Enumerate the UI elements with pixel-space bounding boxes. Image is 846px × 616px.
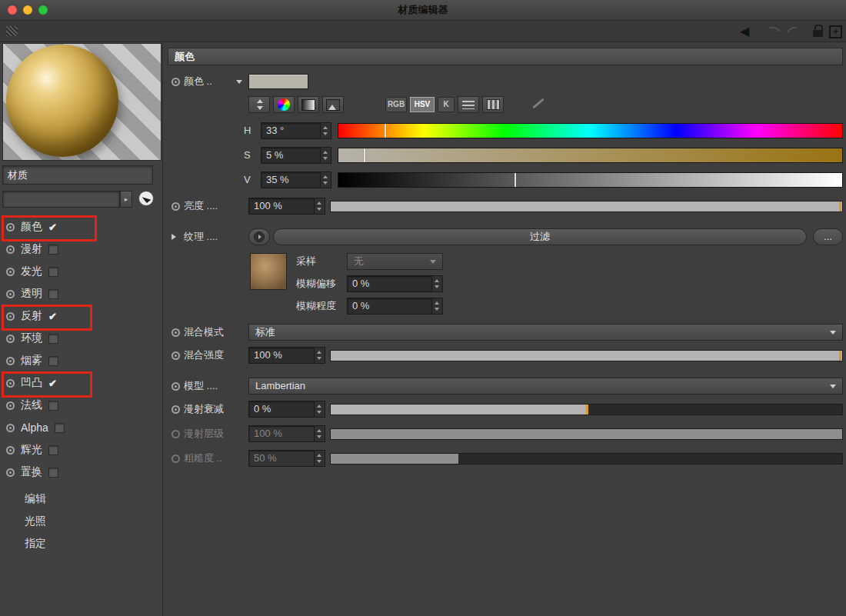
channel-checkbox[interactable] <box>48 267 58 277</box>
compact-mode-button[interactable] <box>248 96 270 113</box>
channel-label: 置换 <box>21 465 42 479</box>
value-marker[interactable] <box>515 173 516 187</box>
color-wheel-button[interactable] <box>273 96 295 113</box>
hue-gradient-bar[interactable] <box>338 123 843 138</box>
spectrum-button[interactable] <box>298 96 319 113</box>
value-field[interactable]: 35 % <box>261 171 331 188</box>
texture-filter-button[interactable]: 过滤 <box>273 228 807 245</box>
stepper-arrows-icon[interactable] <box>431 298 442 314</box>
sidebar-channel-glow[interactable]: 辉光 <box>6 440 159 460</box>
lock-icon[interactable] <box>812 24 824 39</box>
sidebar-channel-displacement[interactable]: 置换 <box>6 462 159 482</box>
channel-checkbox[interactable] <box>48 401 58 411</box>
stepper-arrows-icon[interactable] <box>431 276 442 291</box>
pick-cursor-icon[interactable] <box>138 191 154 206</box>
blur-scale-label: 模糊程度 <box>296 298 336 315</box>
saturation-marker[interactable] <box>364 148 365 162</box>
color-swatch[interactable] <box>248 74 308 89</box>
hue-letter: H <box>244 122 258 139</box>
color-label: 颜色 .. <box>184 73 212 90</box>
eyedropper-icon[interactable] <box>532 98 545 109</box>
brightness-slider[interactable] <box>330 201 843 212</box>
channel-circle-icon <box>172 328 180 337</box>
forward-arrow-disabled-icon <box>764 25 784 43</box>
title-bar: 材质编辑器 <box>0 0 846 21</box>
stepper-arrows-icon[interactable] <box>314 348 325 363</box>
channel-circle-icon <box>172 351 180 360</box>
sidebar-item-edit[interactable]: 编辑 <box>25 488 46 508</box>
image-picker-button[interactable] <box>322 96 344 113</box>
channel-circle-icon <box>6 424 15 432</box>
channel-circle-icon <box>6 401 15 410</box>
blur-scale-field[interactable]: 0 % <box>347 298 443 315</box>
slider-handle[interactable] <box>586 405 588 415</box>
new-window-icon[interactable]: + <box>829 25 842 38</box>
blur-offset-row: 模糊偏移 0 % <box>164 275 846 294</box>
mix-strength-slider[interactable] <box>330 350 843 361</box>
stepper-arrows-icon[interactable] <box>320 172 331 188</box>
material-name-field[interactable]: 材质 <box>2 165 153 185</box>
model-dropdown[interactable]: Lambertian <box>248 378 843 395</box>
mode-rgb-button[interactable]: RGB <box>385 97 407 112</box>
sidebar-channel-fog[interactable]: 烟雾 <box>6 351 159 371</box>
channel-checkbox[interactable] <box>55 423 65 433</box>
texture-shader-button[interactable] <box>248 228 270 245</box>
swatches-icon <box>487 99 500 110</box>
sampling-dropdown[interactable]: 无 <box>347 253 443 270</box>
shader-quick-arrow-button[interactable]: ▸ <box>120 191 132 208</box>
blur-offset-field[interactable]: 0 % <box>347 275 443 292</box>
channel-checkbox[interactable] <box>48 445 58 455</box>
texture-more-button[interactable]: ... <box>813 228 843 245</box>
sidebar-item-assign[interactable]: 指定 <box>25 533 46 553</box>
diffuse-level-label: 漫射层级 <box>184 425 224 442</box>
sidebar-channel-diffusion[interactable]: 漫射 <box>6 239 159 259</box>
hue-field[interactable]: 33 ° <box>261 122 331 139</box>
brightness-row: 亮度 .... 100 % <box>164 198 846 216</box>
hue-row: H 33 ° <box>164 122 846 141</box>
channel-checkbox[interactable] <box>48 356 58 366</box>
sidebar-channel-transparency[interactable]: 透明 <box>6 284 159 304</box>
stepper-arrows-icon[interactable] <box>320 123 331 138</box>
back-arrow-icon[interactable]: ◀ <box>740 22 749 41</box>
drag-grip-icon[interactable] <box>6 26 18 36</box>
roughness-label: 粗糙度 .. <box>184 450 222 467</box>
hue-marker[interactable] <box>385 124 386 138</box>
value-row: V 35 % <box>164 171 846 190</box>
mix-strength-field[interactable]: 100 % <box>248 347 325 364</box>
saturation-gradient-bar[interactable] <box>338 148 843 163</box>
mode-k-button[interactable]: K <box>438 97 455 112</box>
expander-arrow-icon[interactable] <box>172 234 176 240</box>
sidebar-channel-normal[interactable]: 法线 <box>6 395 159 415</box>
channel-circle-icon <box>172 430 180 438</box>
channel-checkbox[interactable] <box>48 468 58 478</box>
stepper-arrows-icon[interactable] <box>320 148 331 163</box>
channel-checkbox[interactable] <box>48 245 58 255</box>
saturation-field[interactable]: 5 % <box>261 147 331 164</box>
chevron-down-icon[interactable] <box>236 80 242 84</box>
mode-hsv-button[interactable]: HSV <box>410 97 435 112</box>
diffuse-falloff-field[interactable]: 0 % <box>248 401 325 418</box>
stepper-arrows-icon[interactable] <box>314 401 325 417</box>
channel-checkbox[interactable] <box>48 334 58 344</box>
diffuse-falloff-slider[interactable] <box>330 404 843 415</box>
sidebar-channel-environment[interactable]: 环境 <box>6 328 159 348</box>
swatches-mode-button[interactable] <box>482 96 504 113</box>
value-gradient-bar[interactable] <box>338 172 843 188</box>
slider-handle[interactable] <box>839 351 841 361</box>
roughness-row: 粗糙度 .. 50 % <box>164 450 846 468</box>
brightness-field[interactable]: 100 % <box>248 198 325 215</box>
mix-mode-dropdown[interactable]: 标准 <box>248 324 843 341</box>
sidebar-item-illumination[interactable]: 光照 <box>25 511 46 531</box>
stepper-arrows-icon[interactable] <box>314 198 325 214</box>
stepper-arrows-icon <box>314 451 325 466</box>
slider-handle[interactable] <box>839 201 841 211</box>
sliders-mode-button[interactable] <box>458 96 479 113</box>
material-preview[interactable] <box>2 43 162 161</box>
sidebar-channel-luminance[interactable]: 发光 <box>6 261 159 281</box>
shader-quick-field[interactable] <box>2 191 120 208</box>
channel-circle-icon <box>172 405 180 414</box>
slider-fill <box>331 405 587 415</box>
channel-checkbox[interactable] <box>48 289 58 299</box>
color-picker-toolbar: RGB HSV K <box>164 96 846 115</box>
sidebar-channel-alpha[interactable]: Alpha <box>6 418 159 438</box>
